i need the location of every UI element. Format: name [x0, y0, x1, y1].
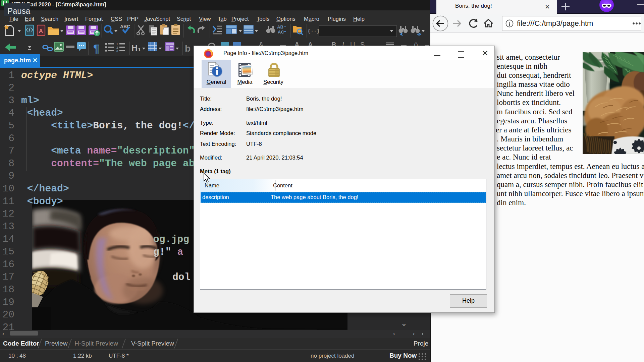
svg-text:b: b	[185, 43, 191, 54]
svg-text:A: A	[39, 28, 43, 34]
svg-text:3: 3	[116, 49, 118, 53]
svg-text:1: 1	[116, 43, 118, 46]
svg-text:¶: ¶	[93, 42, 100, 55]
svg-text:AB: AB	[277, 24, 283, 29]
svg-text:2: 2	[116, 46, 118, 49]
svg-text:{··}: {··}	[308, 28, 320, 34]
svg-text:H₁: H₁	[131, 43, 141, 53]
svg-text:AC: AC	[278, 29, 284, 35]
